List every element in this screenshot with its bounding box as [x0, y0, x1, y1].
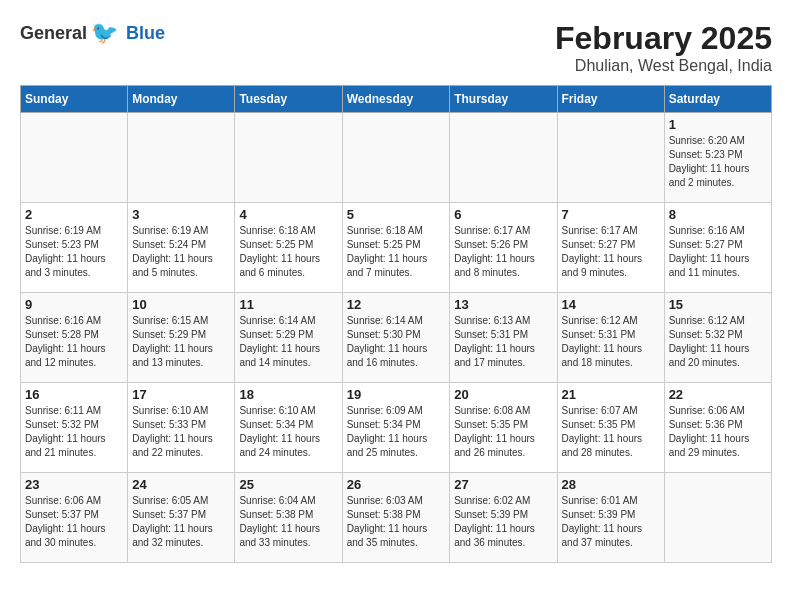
calendar-cell: 1Sunrise: 6:20 AM Sunset: 5:23 PM Daylig… [664, 113, 771, 203]
calendar-subtitle: Dhulian, West Bengal, India [555, 57, 772, 75]
calendar-cell: 18Sunrise: 6:10 AM Sunset: 5:34 PM Dayli… [235, 383, 342, 473]
calendar-title: February 2025 [555, 20, 772, 57]
calendar-cell: 24Sunrise: 6:05 AM Sunset: 5:37 PM Dayli… [128, 473, 235, 563]
calendar-cell: 12Sunrise: 6:14 AM Sunset: 5:30 PM Dayli… [342, 293, 450, 383]
calendar-cell [235, 113, 342, 203]
day-number: 25 [239, 477, 337, 492]
day-number: 27 [454, 477, 552, 492]
logo-bird-icon: 🐦 [91, 20, 118, 46]
day-number: 16 [25, 387, 123, 402]
day-number: 4 [239, 207, 337, 222]
calendar-cell: 8Sunrise: 6:16 AM Sunset: 5:27 PM Daylig… [664, 203, 771, 293]
calendar-table: SundayMondayTuesdayWednesdayThursdayFrid… [20, 85, 772, 563]
day-number: 18 [239, 387, 337, 402]
day-header-friday: Friday [557, 86, 664, 113]
day-info: Sunrise: 6:16 AM Sunset: 5:28 PM Dayligh… [25, 314, 123, 370]
calendar-cell: 28Sunrise: 6:01 AM Sunset: 5:39 PM Dayli… [557, 473, 664, 563]
day-header-thursday: Thursday [450, 86, 557, 113]
day-info: Sunrise: 6:19 AM Sunset: 5:24 PM Dayligh… [132, 224, 230, 280]
day-info: Sunrise: 6:12 AM Sunset: 5:31 PM Dayligh… [562, 314, 660, 370]
day-info: Sunrise: 6:14 AM Sunset: 5:29 PM Dayligh… [239, 314, 337, 370]
day-header-monday: Monday [128, 86, 235, 113]
day-info: Sunrise: 6:09 AM Sunset: 5:34 PM Dayligh… [347, 404, 446, 460]
day-info: Sunrise: 6:12 AM Sunset: 5:32 PM Dayligh… [669, 314, 767, 370]
day-number: 17 [132, 387, 230, 402]
day-info: Sunrise: 6:10 AM Sunset: 5:33 PM Dayligh… [132, 404, 230, 460]
calendar-week-5: 23Sunrise: 6:06 AM Sunset: 5:37 PM Dayli… [21, 473, 772, 563]
title-area: February 2025 Dhulian, West Bengal, Indi… [555, 20, 772, 75]
day-info: Sunrise: 6:05 AM Sunset: 5:37 PM Dayligh… [132, 494, 230, 550]
day-number: 20 [454, 387, 552, 402]
day-info: Sunrise: 6:15 AM Sunset: 5:29 PM Dayligh… [132, 314, 230, 370]
day-number: 9 [25, 297, 123, 312]
calendar-cell: 7Sunrise: 6:17 AM Sunset: 5:27 PM Daylig… [557, 203, 664, 293]
day-number: 23 [25, 477, 123, 492]
calendar-cell: 27Sunrise: 6:02 AM Sunset: 5:39 PM Dayli… [450, 473, 557, 563]
calendar-header-row: SundayMondayTuesdayWednesdayThursdayFrid… [21, 86, 772, 113]
day-number: 28 [562, 477, 660, 492]
day-info: Sunrise: 6:08 AM Sunset: 5:35 PM Dayligh… [454, 404, 552, 460]
day-number: 6 [454, 207, 552, 222]
day-header-wednesday: Wednesday [342, 86, 450, 113]
day-header-saturday: Saturday [664, 86, 771, 113]
day-number: 5 [347, 207, 446, 222]
day-info: Sunrise: 6:01 AM Sunset: 5:39 PM Dayligh… [562, 494, 660, 550]
day-info: Sunrise: 6:03 AM Sunset: 5:38 PM Dayligh… [347, 494, 446, 550]
day-number: 21 [562, 387, 660, 402]
calendar-cell: 25Sunrise: 6:04 AM Sunset: 5:38 PM Dayli… [235, 473, 342, 563]
calendar-cell: 15Sunrise: 6:12 AM Sunset: 5:32 PM Dayli… [664, 293, 771, 383]
calendar-cell: 11Sunrise: 6:14 AM Sunset: 5:29 PM Dayli… [235, 293, 342, 383]
calendar-cell: 4Sunrise: 6:18 AM Sunset: 5:25 PM Daylig… [235, 203, 342, 293]
day-info: Sunrise: 6:04 AM Sunset: 5:38 PM Dayligh… [239, 494, 337, 550]
day-info: Sunrise: 6:07 AM Sunset: 5:35 PM Dayligh… [562, 404, 660, 460]
day-number: 3 [132, 207, 230, 222]
day-number: 26 [347, 477, 446, 492]
day-header-sunday: Sunday [21, 86, 128, 113]
calendar-cell [21, 113, 128, 203]
day-number: 24 [132, 477, 230, 492]
calendar-cell: 14Sunrise: 6:12 AM Sunset: 5:31 PM Dayli… [557, 293, 664, 383]
logo-general: General [20, 23, 87, 44]
day-info: Sunrise: 6:19 AM Sunset: 5:23 PM Dayligh… [25, 224, 123, 280]
day-number: 11 [239, 297, 337, 312]
day-info: Sunrise: 6:02 AM Sunset: 5:39 PM Dayligh… [454, 494, 552, 550]
calendar-week-2: 2Sunrise: 6:19 AM Sunset: 5:23 PM Daylig… [21, 203, 772, 293]
day-number: 22 [669, 387, 767, 402]
calendar-cell [128, 113, 235, 203]
calendar-cell: 21Sunrise: 6:07 AM Sunset: 5:35 PM Dayli… [557, 383, 664, 473]
day-number: 15 [669, 297, 767, 312]
calendar-cell: 17Sunrise: 6:10 AM Sunset: 5:33 PM Dayli… [128, 383, 235, 473]
day-info: Sunrise: 6:11 AM Sunset: 5:32 PM Dayligh… [25, 404, 123, 460]
calendar-cell: 16Sunrise: 6:11 AM Sunset: 5:32 PM Dayli… [21, 383, 128, 473]
calendar-cell [557, 113, 664, 203]
calendar-cell: 10Sunrise: 6:15 AM Sunset: 5:29 PM Dayli… [128, 293, 235, 383]
day-info: Sunrise: 6:10 AM Sunset: 5:34 PM Dayligh… [239, 404, 337, 460]
calendar-cell [450, 113, 557, 203]
logo: General 🐦 Blue [20, 20, 165, 46]
calendar-cell [664, 473, 771, 563]
header: General 🐦 Blue February 2025 Dhulian, We… [20, 20, 772, 75]
calendar-cell: 19Sunrise: 6:09 AM Sunset: 5:34 PM Dayli… [342, 383, 450, 473]
day-number: 10 [132, 297, 230, 312]
day-number: 13 [454, 297, 552, 312]
calendar-cell: 22Sunrise: 6:06 AM Sunset: 5:36 PM Dayli… [664, 383, 771, 473]
logo-blue: Blue [126, 23, 165, 44]
calendar-cell: 2Sunrise: 6:19 AM Sunset: 5:23 PM Daylig… [21, 203, 128, 293]
calendar-week-4: 16Sunrise: 6:11 AM Sunset: 5:32 PM Dayli… [21, 383, 772, 473]
day-number: 7 [562, 207, 660, 222]
day-info: Sunrise: 6:17 AM Sunset: 5:26 PM Dayligh… [454, 224, 552, 280]
calendar-week-1: 1Sunrise: 6:20 AM Sunset: 5:23 PM Daylig… [21, 113, 772, 203]
calendar-cell: 20Sunrise: 6:08 AM Sunset: 5:35 PM Dayli… [450, 383, 557, 473]
day-info: Sunrise: 6:13 AM Sunset: 5:31 PM Dayligh… [454, 314, 552, 370]
calendar-cell: 6Sunrise: 6:17 AM Sunset: 5:26 PM Daylig… [450, 203, 557, 293]
day-number: 19 [347, 387, 446, 402]
day-info: Sunrise: 6:18 AM Sunset: 5:25 PM Dayligh… [347, 224, 446, 280]
calendar-cell: 13Sunrise: 6:13 AM Sunset: 5:31 PM Dayli… [450, 293, 557, 383]
calendar-cell: 9Sunrise: 6:16 AM Sunset: 5:28 PM Daylig… [21, 293, 128, 383]
calendar-cell: 3Sunrise: 6:19 AM Sunset: 5:24 PM Daylig… [128, 203, 235, 293]
day-info: Sunrise: 6:16 AM Sunset: 5:27 PM Dayligh… [669, 224, 767, 280]
day-info: Sunrise: 6:06 AM Sunset: 5:37 PM Dayligh… [25, 494, 123, 550]
day-number: 12 [347, 297, 446, 312]
day-number: 8 [669, 207, 767, 222]
day-header-tuesday: Tuesday [235, 86, 342, 113]
